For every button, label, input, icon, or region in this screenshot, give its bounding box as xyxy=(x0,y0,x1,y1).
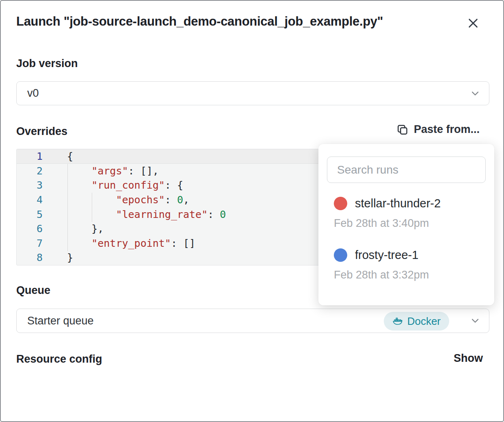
indent-guide xyxy=(92,193,92,222)
indent-guide xyxy=(67,164,68,251)
code-text: } xyxy=(43,252,73,263)
run-name: frosty-tree-1 xyxy=(355,248,418,262)
close-icon xyxy=(467,17,480,30)
run-timestamp: Feb 28th at 3:40pm xyxy=(334,217,486,230)
queue-label: Queue xyxy=(16,284,50,297)
launch-dialog: Launch "job-source-launch_demo-canonical… xyxy=(0,0,504,422)
docker-badge-label: Docker xyxy=(407,315,441,328)
code-text: "epochs": 0, xyxy=(43,194,189,206)
run-item[interactable]: frosty-tree-1Feb 28th at 3:32pm xyxy=(327,248,486,281)
job-version-select[interactable]: v0 xyxy=(16,81,489,105)
line-number: 4 xyxy=(17,194,43,206)
job-version-label: Job version xyxy=(16,57,78,70)
paste-from-label: Paste from... xyxy=(414,123,480,136)
dialog-title: Launch "job-source-launch_demo-canonical… xyxy=(16,14,383,29)
docker-badge: Docker xyxy=(384,312,449,331)
docker-whale-icon xyxy=(392,316,403,327)
code-text: "learning_rate": 0 xyxy=(43,209,226,220)
queue-select[interactable]: Starter queue Docker xyxy=(16,309,489,333)
line-number: 2 xyxy=(17,165,43,177)
chevron-down-icon xyxy=(469,315,481,326)
run-timestamp: Feb 28th at 3:32pm xyxy=(334,269,486,281)
paste-from-popover: stellar-thunder-2Feb 28th at 3:40pmfrost… xyxy=(318,144,494,305)
line-number: 1 xyxy=(17,150,43,162)
queue-selected-value: Starter queue xyxy=(27,315,94,327)
code-text: }, xyxy=(43,223,104,235)
line-number: 5 xyxy=(17,209,43,220)
run-color-dot xyxy=(334,248,347,262)
overrides-label: Overrides xyxy=(16,125,67,138)
code-text: "args": [], xyxy=(43,165,159,177)
close-button[interactable] xyxy=(465,15,482,32)
line-number: 8 xyxy=(17,252,43,263)
run-item[interactable]: stellar-thunder-2Feb 28th at 3:40pm xyxy=(327,197,486,230)
line-number: 6 xyxy=(17,223,43,235)
job-version-selected-value: v0 xyxy=(27,87,39,100)
line-number: 3 xyxy=(17,179,43,191)
resource-config-label: Resource config xyxy=(16,353,102,365)
code-text: "run_config": { xyxy=(43,179,183,191)
code-text: { xyxy=(43,150,73,162)
chevron-down-icon xyxy=(469,88,481,99)
paste-from-button[interactable]: Paste from... xyxy=(396,123,480,136)
run-color-dot xyxy=(334,197,347,210)
copy-icon xyxy=(396,124,409,136)
line-number: 7 xyxy=(17,237,43,249)
search-runs-input[interactable] xyxy=(327,157,486,183)
run-list: stellar-thunder-2Feb 28th at 3:40pmfrost… xyxy=(327,197,486,281)
code-text: "entry_point": [] xyxy=(43,237,195,249)
run-name: stellar-thunder-2 xyxy=(355,197,441,210)
resource-config-show-toggle[interactable]: Show xyxy=(454,352,483,365)
